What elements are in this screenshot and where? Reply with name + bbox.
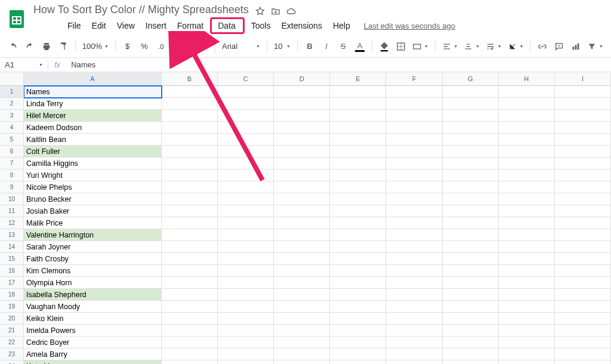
print-button[interactable]: [39, 39, 54, 54]
cell[interactable]: [274, 229, 330, 241]
cell[interactable]: Faith Crosby: [24, 253, 162, 265]
increase-decimal-button[interactable]: .00: [171, 39, 185, 54]
cell[interactable]: [386, 337, 442, 348]
fill-color-button[interactable]: [377, 39, 391, 54]
cell[interactable]: [499, 253, 555, 265]
text-color-button[interactable]: A: [353, 39, 367, 54]
text-wrap-dropdown[interactable]: [484, 39, 504, 54]
cell[interactable]: [218, 193, 274, 205]
cell[interactable]: [330, 277, 386, 289]
cell[interactable]: [162, 337, 218, 348]
cell[interactable]: Kim Clemons: [24, 265, 162, 277]
cell[interactable]: [274, 337, 330, 348]
column-header-C[interactable]: C: [218, 72, 274, 86]
cell[interactable]: Nicole Phelps: [24, 181, 162, 193]
row-header[interactable]: 1: [0, 86, 24, 98]
cell[interactable]: [218, 217, 274, 229]
cell[interactable]: [555, 360, 611, 364]
cell[interactable]: [162, 193, 218, 205]
cell[interactable]: [555, 146, 611, 158]
row-header[interactable]: 24: [0, 360, 24, 364]
cell[interactable]: [218, 289, 274, 301]
menu-view[interactable]: View: [112, 18, 140, 33]
cell[interactable]: [218, 325, 274, 337]
cell[interactable]: [218, 229, 274, 241]
cell[interactable]: [555, 289, 611, 301]
cell[interactable]: [386, 360, 442, 364]
cell[interactable]: [162, 325, 218, 337]
cell[interactable]: [330, 253, 386, 265]
cell[interactable]: [386, 86, 442, 98]
cell[interactable]: [274, 110, 330, 122]
column-header-G[interactable]: G: [443, 72, 499, 86]
cell[interactable]: Camilla Higgins: [24, 158, 162, 169]
cell[interactable]: [555, 241, 611, 253]
cell[interactable]: [330, 325, 386, 337]
cell[interactable]: [499, 122, 555, 134]
cell[interactable]: [386, 98, 442, 110]
cell[interactable]: Olympia Horn: [24, 277, 162, 289]
cell[interactable]: [555, 205, 611, 217]
cell[interactable]: [443, 98, 499, 110]
cell[interactable]: Vaughan Moody: [24, 301, 162, 313]
cell[interactable]: [218, 181, 274, 193]
cell[interactable]: [386, 181, 442, 193]
insert-chart-button[interactable]: [569, 39, 583, 54]
cell[interactable]: [218, 134, 274, 146]
cell[interactable]: [162, 122, 218, 134]
cell[interactable]: [555, 337, 611, 348]
cell[interactable]: [218, 241, 274, 253]
cell[interactable]: [443, 277, 499, 289]
row-header[interactable]: 21: [0, 325, 24, 337]
menu-help[interactable]: Help: [328, 18, 356, 33]
cell[interactable]: [330, 193, 386, 205]
menu-tools[interactable]: Tools: [246, 18, 276, 33]
cell[interactable]: [443, 313, 499, 325]
row-header[interactable]: 8: [0, 169, 24, 181]
cell[interactable]: [443, 360, 499, 364]
percent-format-button[interactable]: %: [137, 39, 152, 54]
row-header[interactable]: 4: [0, 122, 24, 134]
cell[interactable]: [218, 313, 274, 325]
cell[interactable]: [162, 86, 218, 98]
cell[interactable]: [162, 265, 218, 277]
cell[interactable]: [555, 122, 611, 134]
cell[interactable]: [386, 313, 442, 325]
cell[interactable]: Names: [24, 86, 162, 98]
cell[interactable]: [499, 181, 555, 193]
row-header[interactable]: 22: [0, 337, 24, 348]
cell[interactable]: Amela Barry: [24, 348, 162, 360]
cell[interactable]: Josiah Baker: [24, 205, 162, 217]
cell[interactable]: [443, 86, 499, 98]
star-icon[interactable]: [255, 7, 265, 16]
cell[interactable]: [386, 122, 442, 134]
cell[interactable]: [330, 146, 386, 158]
cell[interactable]: [386, 253, 442, 265]
column-header-E[interactable]: E: [330, 72, 386, 86]
cell[interactable]: [218, 158, 274, 169]
cell[interactable]: [330, 241, 386, 253]
cell[interactable]: [162, 98, 218, 110]
decrease-decimal-button[interactable]: .0: [154, 39, 168, 54]
document-title[interactable]: How To Sort By Color // Mighty Spreadshe…: [33, 4, 249, 16]
row-header[interactable]: 18: [0, 289, 24, 301]
cell[interactable]: [218, 86, 274, 98]
cell[interactable]: [162, 229, 218, 241]
cell[interactable]: [162, 241, 218, 253]
cell[interactable]: [162, 348, 218, 360]
row-header[interactable]: 10: [0, 193, 24, 205]
cell[interactable]: [274, 86, 330, 98]
cell[interactable]: [499, 241, 555, 253]
cell[interactable]: [274, 313, 330, 325]
cell[interactable]: Malik Price: [24, 217, 162, 229]
cell[interactable]: [274, 169, 330, 181]
cell[interactable]: [330, 98, 386, 110]
more-formats-dropdown[interactable]: 123: [187, 39, 210, 54]
move-icon[interactable]: [271, 7, 280, 16]
italic-button[interactable]: I: [319, 39, 334, 54]
row-header[interactable]: 9: [0, 181, 24, 193]
cell[interactable]: [386, 277, 442, 289]
cell[interactable]: [386, 265, 442, 277]
merge-cells-dropdown[interactable]: [411, 39, 430, 54]
cell[interactable]: [443, 301, 499, 313]
